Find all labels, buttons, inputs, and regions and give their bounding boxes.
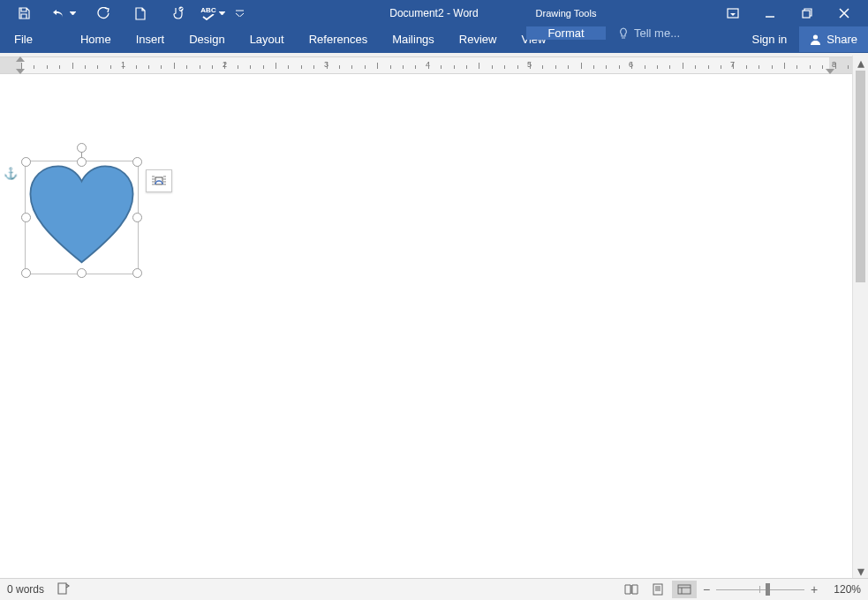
- sign-in-button[interactable]: Sign in: [740, 26, 800, 52]
- horizontal-ruler[interactable]: 1 2 3 4 5 6 7 8: [0, 57, 868, 74]
- touch-mode-icon: [170, 6, 185, 20]
- tab-review[interactable]: Review: [447, 26, 509, 52]
- svg-point-3: [813, 34, 818, 39]
- proofing-status-button[interactable]: [57, 582, 71, 597]
- tab-mailings[interactable]: Mailings: [380, 26, 447, 52]
- title-bar: ABC Document2 - Word Drawing Tools: [0, 0, 868, 26]
- scroll-down-button[interactable]: ▾: [853, 564, 868, 579]
- quick-access-toolbar: ABC: [5, 0, 249, 26]
- tab-insert[interactable]: Insert: [124, 26, 177, 52]
- chevron-down-icon: [70, 11, 76, 15]
- zoom-slider[interactable]: [716, 581, 804, 598]
- layout-options-icon: [151, 175, 167, 187]
- tab-layout[interactable]: Layout: [238, 26, 297, 52]
- lightbulb-icon: [618, 27, 629, 40]
- minimize-icon: [765, 8, 775, 19]
- share-label: Share: [826, 33, 857, 46]
- minimize-button[interactable]: [751, 0, 789, 26]
- redo-button[interactable]: [85, 0, 122, 26]
- chevron-down-icon: [219, 11, 225, 15]
- zoom-in-button[interactable]: +: [806, 582, 822, 596]
- window-title: Document2 - Word: [389, 7, 478, 19]
- ribbon-display-options-button[interactable]: [714, 0, 751, 26]
- contextual-tab-title: Drawing Tools: [526, 8, 606, 19]
- svg-rect-5: [653, 584, 662, 595]
- anchor-icon[interactable]: ⚓: [4, 167, 18, 180]
- svg-rect-2: [803, 11, 810, 18]
- undo-icon: [52, 7, 66, 19]
- vertical-scrollbar[interactable]: ▴ ▾: [852, 56, 868, 579]
- svg-rect-6: [678, 585, 691, 594]
- tab-design[interactable]: Design: [177, 26, 237, 52]
- close-icon: [839, 8, 849, 19]
- first-line-indent-marker[interactable]: [16, 56, 25, 62]
- tell-me-search[interactable]: Tell me...: [609, 26, 689, 40]
- print-layout-button[interactable]: [645, 581, 670, 598]
- scroll-up-button[interactable]: ▴: [853, 56, 868, 71]
- status-bar: 0 words − + 120%: [0, 578, 868, 600]
- heart-shape[interactable]: [28, 164, 135, 271]
- read-mode-button[interactable]: [619, 581, 644, 598]
- tab-format[interactable]: Format: [526, 26, 606, 40]
- restore-button[interactable]: [789, 0, 826, 26]
- customize-qat-button[interactable]: [230, 0, 249, 26]
- spellcheck-button[interactable]: ABC: [196, 0, 230, 26]
- print-layout-icon: [652, 583, 664, 596]
- touch-mode-button[interactable]: [159, 0, 196, 26]
- zoom-level[interactable]: 120%: [824, 583, 861, 596]
- web-layout-icon: [677, 584, 691, 595]
- scroll-thumb[interactable]: [856, 71, 865, 282]
- tab-references[interactable]: References: [297, 26, 380, 52]
- close-button[interactable]: [826, 0, 863, 26]
- share-button[interactable]: Share: [799, 26, 868, 52]
- layout-options-button[interactable]: [146, 169, 172, 192]
- ribbon-tabs: File Home Insert Design Layout Reference…: [0, 26, 868, 53]
- rotate-handle[interactable]: [77, 143, 87, 153]
- proofing-status-icon: [57, 582, 71, 595]
- zoom-out-button[interactable]: −: [698, 582, 714, 596]
- web-layout-button[interactable]: [672, 581, 697, 598]
- spellcheck-icon: ABC: [200, 7, 215, 14]
- redo-icon: [97, 7, 109, 19]
- save-icon: [18, 7, 30, 19]
- tell-me-placeholder: Tell me...: [634, 26, 680, 40]
- document-canvas[interactable]: ⚓: [0, 74, 868, 581]
- customize-qat-icon: [236, 10, 244, 17]
- word-count[interactable]: 0 words: [7, 583, 44, 596]
- tab-file[interactable]: File: [0, 26, 47, 52]
- zoom-slider-thumb[interactable]: [766, 583, 770, 596]
- read-mode-icon: [624, 584, 638, 595]
- person-icon: [810, 34, 821, 45]
- restore-icon: [802, 8, 812, 19]
- undo-button[interactable]: [42, 0, 85, 26]
- window-controls: [714, 0, 863, 26]
- new-doc-icon: [135, 7, 146, 20]
- tab-home[interactable]: Home: [68, 26, 124, 52]
- ribbon-options-icon: [727, 8, 739, 19]
- new-doc-button[interactable]: [122, 0, 159, 26]
- shape-selection-box[interactable]: [25, 161, 139, 274]
- save-button[interactable]: [5, 0, 42, 26]
